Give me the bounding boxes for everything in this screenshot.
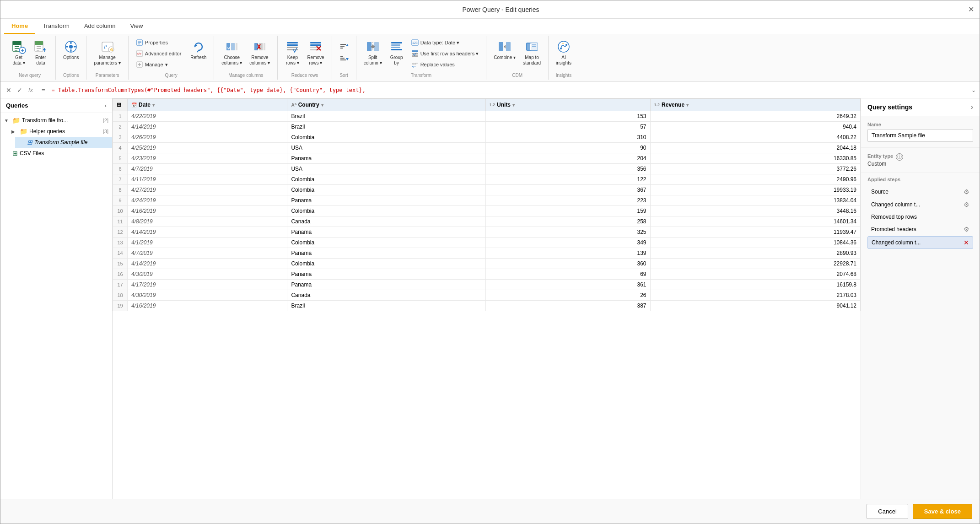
- close-button[interactable]: ✕: [968, 5, 974, 14]
- date-col-filter[interactable]: ▾: [152, 103, 155, 108]
- country-cell: Panama: [287, 248, 485, 259]
- step-item-changed_col_t2[interactable]: Changed column t...✕: [867, 236, 973, 249]
- table-select-all-icon[interactable]: ⊞: [117, 102, 121, 108]
- step-item-changed_col_t1[interactable]: Changed column t...⚙: [867, 199, 973, 211]
- table-row: 6 4/7/2019 USA 356 3772.26: [113, 164, 861, 174]
- revenue-cell: 4408.22: [650, 132, 860, 143]
- country-cell: Panama: [287, 153, 485, 164]
- sidebar-item-csv-files[interactable]: ⊞ CSV Files: [0, 148, 112, 159]
- combine-label: Combine ▾: [494, 55, 516, 60]
- col-header-date[interactable]: 📅 Date ▾: [128, 99, 287, 111]
- advanced-editor-button[interactable]: </> Advanced editor: [133, 49, 184, 59]
- step-delete-changed_col_t2[interactable]: ✕: [964, 239, 969, 246]
- enter-data-button[interactable]: Enterdata: [31, 38, 51, 68]
- ai-insights-button[interactable]: ✦ AIinsights: [553, 38, 574, 68]
- svg-rect-11: [37, 48, 41, 49]
- entity-info-icon[interactable]: ⓘ: [896, 153, 903, 161]
- tab-transform[interactable]: Transform: [35, 19, 77, 34]
- sidebar-collapse-icon[interactable]: ‹: [105, 102, 107, 109]
- sort-desc-button[interactable]: [337, 53, 351, 63]
- ribbon-group-transform: Splitcolumn ▾ Groupby: [356, 36, 487, 80]
- country-cell: Colombia: [287, 185, 485, 195]
- formula-expand-icon[interactable]: ⌄: [971, 87, 976, 93]
- revenue-cell: 2044.18: [650, 143, 860, 153]
- remove-columns-button[interactable]: Removecolumns ▾: [247, 38, 273, 68]
- tab-home[interactable]: Home: [4, 19, 35, 34]
- query-settings-header: Query settings ›: [861, 98, 980, 116]
- accept-step-icon[interactable]: ✓: [15, 86, 24, 95]
- revenue-col-filter[interactable]: ▾: [686, 103, 689, 108]
- get-data-button[interactable]: Getdata ▾: [9, 38, 29, 68]
- data-area: ⊞ 📅 Date ▾: [113, 98, 861, 499]
- col-header-revenue[interactable]: 1.2 Revenue ▾: [650, 99, 860, 111]
- choose-columns-button[interactable]: Choosecolumns ▾: [219, 38, 245, 68]
- cancel-button[interactable]: Cancel: [867, 504, 908, 519]
- data-type-button[interactable]: 123 Data type: Date ▾: [409, 38, 482, 48]
- step-gear-promoted_headers[interactable]: ⚙: [964, 226, 969, 233]
- remove-rows-button[interactable]: Removerows ▾: [304, 38, 327, 68]
- manage-button[interactable]: Manage ▾: [133, 59, 184, 70]
- revenue-cell: 2490.96: [650, 174, 860, 185]
- step-gear-source[interactable]: ⚙: [964, 188, 969, 195]
- row-num-cell: 12: [113, 227, 128, 238]
- ribbon-group-cdm-content: Combine ▾ Map tostandard: [491, 38, 544, 71]
- query-settings-expand-icon[interactable]: ›: [971, 103, 973, 111]
- remove-rows-label: Removerows ▾: [307, 55, 324, 66]
- refresh-button[interactable]: Refresh: [188, 38, 209, 62]
- tab-view[interactable]: View: [123, 19, 151, 34]
- replace-values-button[interactable]: abc xyz Replace values: [409, 59, 482, 70]
- use-first-row-button[interactable]: Use first row as headers ▾: [409, 49, 482, 59]
- split-column-button[interactable]: Splitcolumn ▾: [361, 38, 385, 68]
- table-header-row: ⊞ 📅 Date ▾: [113, 99, 861, 111]
- step-item-promoted_headers[interactable]: Promoted headers⚙: [867, 223, 973, 235]
- tree-expand-transform[interactable]: ▼: [4, 118, 11, 123]
- manage-params-label: Manageparameters ▾: [94, 55, 120, 66]
- row-num-cell: 6: [113, 164, 128, 174]
- date-cell: 4/7/2019: [128, 164, 287, 174]
- save-close-button[interactable]: Save & close: [913, 504, 972, 519]
- split-column-label: Splitcolumn ▾: [364, 55, 382, 66]
- units-col-filter[interactable]: ▾: [512, 103, 515, 108]
- formula-input[interactable]: [52, 87, 968, 93]
- step-item-removed_top_rows[interactable]: Removed top rows: [867, 211, 973, 222]
- properties-button[interactable]: Properties: [133, 38, 184, 48]
- manage-params-button[interactable]: P ⚙ Manageparameters ▾: [91, 38, 123, 68]
- advanced-editor-icon: </>: [136, 50, 143, 57]
- map-to-standard-button[interactable]: Map tostandard: [520, 38, 544, 68]
- row-num-cell: 1: [113, 111, 128, 122]
- keep-rows-button[interactable]: Keeprows ▾: [282, 38, 302, 68]
- svg-point-88: [560, 48, 562, 49]
- revenue-col-icon: 1.2: [654, 103, 660, 107]
- sidebar-item-transform-file[interactable]: ▼ 📁 Transform file fro... [2]: [0, 115, 112, 126]
- country-cell: USA: [287, 143, 485, 153]
- svg-text:</>: </>: [137, 52, 141, 55]
- combine-button[interactable]: Combine ▾: [491, 38, 518, 62]
- delete-step-icon[interactable]: ✕: [4, 86, 13, 95]
- tree-expand-helper[interactable]: ▶: [11, 129, 18, 134]
- tab-add-column[interactable]: Add column: [77, 19, 123, 34]
- ribbon-group-new-query-content: Getdata ▾ Enterdata: [9, 38, 51, 71]
- options-button[interactable]: Options: [60, 38, 81, 62]
- country-col-filter[interactable]: ▾: [321, 103, 323, 108]
- step-item-source[interactable]: Source⚙: [867, 186, 973, 198]
- date-cell: 4/14/2019: [128, 259, 287, 269]
- ribbon-group-manage-columns-content: Choosecolumns ▾ Removecolumns ▾: [219, 38, 273, 71]
- step-gear-changed_col_t1[interactable]: ⚙: [964, 201, 969, 208]
- group-by-button[interactable]: Groupby: [387, 38, 407, 68]
- qs-name-label: Name: [867, 122, 973, 127]
- col-header-units[interactable]: 1.2 Units ▾: [485, 99, 650, 111]
- sidebar-item-transform-sample[interactable]: ⊞ Transform Sample file: [15, 137, 112, 148]
- date-cell: 4/25/2019: [128, 143, 287, 153]
- revenue-cell: 11939.47: [650, 227, 860, 238]
- main-content: Queries ‹ ▼ 📁 Transform file fro... [2] …: [0, 98, 980, 499]
- svg-rect-83: [527, 43, 530, 50]
- sidebar-item-helper-queries[interactable]: ▶ 📁 Helper queries [3]: [8, 126, 112, 137]
- qs-name-input[interactable]: [867, 129, 973, 142]
- transform-group-label: Transform: [361, 71, 482, 78]
- table-row: 10 4/16/2019 Colombia 159 3448.16: [113, 206, 861, 216]
- sort-asc-button[interactable]: [337, 41, 351, 51]
- tree-label-transform-file: Transform file fro...: [22, 117, 101, 124]
- grid-container[interactable]: ⊞ 📅 Date ▾: [113, 98, 861, 499]
- qs-entity-label: Entity type: [867, 153, 893, 159]
- col-header-country[interactable]: Aᵇ Country ▾: [287, 99, 485, 111]
